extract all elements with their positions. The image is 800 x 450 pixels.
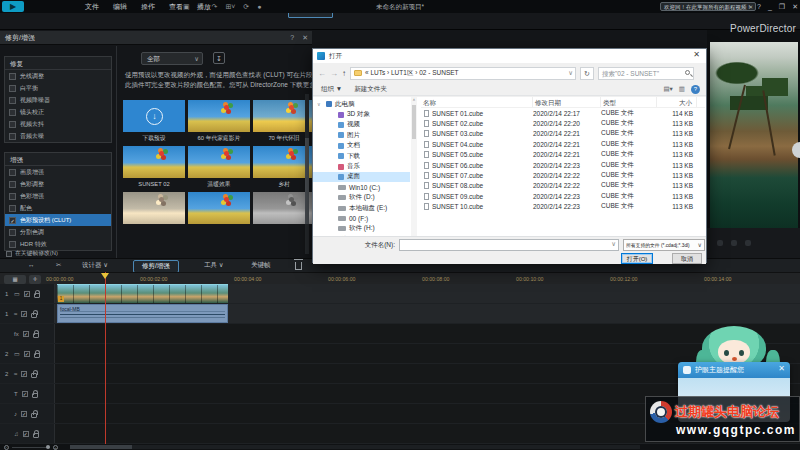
lock-icon[interactable] <box>34 293 40 298</box>
file-row[interactable]: SUNSET 06.cube 2020/2/14 22:23 CUBE 文件 1… <box>421 160 705 170</box>
library-scrollbar[interactable] <box>305 94 309 254</box>
file-row[interactable]: SUNSET 10.cube 2020/2/14 22:23 CUBE 文件 1… <box>421 202 705 212</box>
timeline-scrollbar[interactable] <box>70 445 640 449</box>
window-control-button[interactable]: ✕ <box>792 3 798 11</box>
back-icon[interactable]: ← <box>318 69 326 78</box>
track-header[interactable]: fx ✓ <box>0 324 55 343</box>
cancel-button[interactable]: 取消 <box>672 253 702 264</box>
folder-tree-item[interactable]: 视频 <box>313 120 410 130</box>
fix-list-item[interactable]: 白平衡 <box>5 82 111 94</box>
track-header[interactable]: 2 ▭ ✓ <box>0 344 55 363</box>
folder-tree-item[interactable]: Win10 (C:) <box>313 182 410 192</box>
fix-list-item[interactable]: 光线调整 <box>5 70 111 82</box>
enhance-list-item[interactable]: 画质增强 <box>5 166 111 178</box>
forward-icon[interactable]: → <box>330 69 338 78</box>
refresh-button[interactable]: ↻ <box>580 67 594 80</box>
file-row[interactable]: SUNSET 04.cube 2020/2/14 22:21 CUBE 文件 1… <box>421 139 705 149</box>
panel-close-icon[interactable]: ✕ <box>302 31 308 45</box>
preset-item[interactable]: SUNSET 02 <box>123 146 185 190</box>
trash-icon[interactable] <box>295 262 302 270</box>
video-clip[interactable]: 1 <box>57 284 228 303</box>
track-header[interactable]: 1 ▭ ✓ <box>0 284 55 303</box>
preset-item[interactable] <box>188 192 250 236</box>
search-input[interactable]: 搜索"02 - SUNSET" <box>598 67 694 80</box>
folder-tree-item[interactable]: 图片 <box>313 130 410 140</box>
ruler-button-view[interactable]: ▦ <box>4 275 26 284</box>
panel-help-icon[interactable]: ? <box>290 31 294 45</box>
lock-icon[interactable] <box>31 413 37 418</box>
folder-tree-item[interactable]: 文档 <box>313 141 410 151</box>
lock-icon[interactable] <box>31 373 37 378</box>
import-preset-button[interactable]: ↧ <box>213 52 225 64</box>
preset-item[interactable] <box>123 192 185 236</box>
preview-pane-icon[interactable]: ▥ <box>679 85 685 93</box>
lock-icon[interactable] <box>34 353 40 358</box>
tree-scrollbar[interactable]: ∧ <box>411 97 417 236</box>
preset-thumbnail[interactable] <box>123 192 185 224</box>
lock-icon[interactable] <box>31 313 37 318</box>
track-enable-checkbox[interactable]: ✓ <box>23 331 29 337</box>
enhance-item-checkbox[interactable] <box>9 241 16 248</box>
track-enable-checkbox[interactable]: ✓ <box>22 391 28 397</box>
preset-item[interactable]: 下载预设 <box>123 100 185 144</box>
track-header[interactable]: T ✓ <box>0 384 55 403</box>
audio-clip[interactable]: focal-MB <box>57 304 228 323</box>
preset-thumbnail[interactable] <box>188 100 250 132</box>
chevron-down-icon[interactable]: ∨ <box>611 240 616 248</box>
keyframe-button[interactable]: 关键帧 <box>251 261 271 270</box>
toolbar-icon[interactable]: ↷ <box>212 3 218 11</box>
preset-filter-dropdown[interactable]: 全部 ∨ <box>141 52 203 65</box>
column-name[interactable]: 名称 <box>421 97 533 107</box>
track-enable-checkbox[interactable]: ✓ <box>21 371 27 377</box>
enhance-item-checkbox[interactable] <box>9 193 16 200</box>
menu-item[interactable]: 编辑 <box>113 2 127 12</box>
window-control-button[interactable]: _ <box>768 3 772 10</box>
column-size[interactable]: 大小 <box>657 97 697 107</box>
toolbar-icon[interactable]: ↶ <box>198 3 204 11</box>
toolbar-icon[interactable]: ▣ <box>183 3 190 11</box>
up-icon[interactable]: ↑ <box>342 69 346 78</box>
enhance-item-checkbox[interactable] <box>9 181 16 188</box>
chevron-down-icon[interactable]: ∨ <box>568 69 573 77</box>
filetype-dropdown[interactable]: 所有支持的文件 (*.cdadj;*.3dl) ∨ <box>623 239 705 251</box>
timeline-ruler[interactable]: ▦ ✛ 00:00:00:0000:00:02:0000:00:04:0000:… <box>0 272 800 284</box>
track-header[interactable]: ♪ ✓ <box>0 404 55 423</box>
folder-tree-item[interactable]: 软件 (H:) <box>313 224 410 234</box>
track-header[interactable]: ♫ ✓ <box>0 424 55 443</box>
enhance-list-item[interactable]: 色彩增强 <box>5 190 111 202</box>
folder-tree-item[interactable]: 下载 <box>313 151 410 161</box>
folder-tree-item[interactable]: 音乐 <box>313 161 410 171</box>
preset-item[interactable]: 60 年代家庭影片 <box>188 100 250 144</box>
column-type[interactable]: 类型 <box>601 97 657 107</box>
zoom-out-icon[interactable]: − <box>4 445 9 450</box>
enhance-list-item[interactable]: 配色 <box>5 202 111 214</box>
column-date[interactable]: 修改日期 <box>533 97 601 107</box>
breadcrumb[interactable]: « LUTs › LUT1区 › 02 - SUNSET ∨ <box>350 67 576 80</box>
enhance-list-item[interactable]: 色彩调整 <box>5 178 111 190</box>
preset-thumbnail[interactable] <box>123 146 185 178</box>
file-row[interactable]: SUNSET 01.cube 2020/2/14 22:17 CUBE 文件 1… <box>421 108 705 118</box>
welcome-notification[interactable]: 欢迎回！在此掌握所有的新程视频！ ✕ <box>660 2 756 11</box>
designer-dropdown[interactable]: 设计器 ∨ <box>82 261 108 270</box>
track-lane[interactable] <box>55 324 800 343</box>
playhead-line[interactable] <box>105 272 106 444</box>
fix-list-item[interactable]: 视频去抖 <box>5 118 111 130</box>
folder-tree-item[interactable]: 桌面 <box>313 172 410 182</box>
fix-list-item[interactable]: 音频去噪 <box>5 130 111 142</box>
enhance-list-item[interactable]: 分割色调 <box>5 226 111 238</box>
mascot-notification-close-icon[interactable]: ✕ <box>778 364 785 373</box>
track-header[interactable]: 2 ≈ ✓ <box>0 364 55 383</box>
folder-tree-item[interactable]: 3D 对象 <box>313 109 410 119</box>
notification-close-icon[interactable]: ✕ <box>748 3 753 11</box>
open-button[interactable]: 打开(O) <box>621 253 653 264</box>
expand-chevron-icon[interactable]: ∨ <box>317 101 323 107</box>
toolbar-icon[interactable]: ⟳ <box>243 3 249 11</box>
menu-item[interactable]: 查看 <box>169 2 183 12</box>
zoom-slider[interactable] <box>12 447 50 448</box>
enhance-item-checkbox[interactable] <box>9 169 16 176</box>
menu-item[interactable]: 文件 <box>85 2 99 12</box>
organize-button[interactable]: 组织 ▼ <box>321 85 342 94</box>
folder-tree-item[interactable]: 软件 (D:) <box>313 193 410 203</box>
toolbar-icon[interactable]: ⊞˅ <box>225 3 235 11</box>
keyframe-checkbox[interactable] <box>6 251 12 257</box>
